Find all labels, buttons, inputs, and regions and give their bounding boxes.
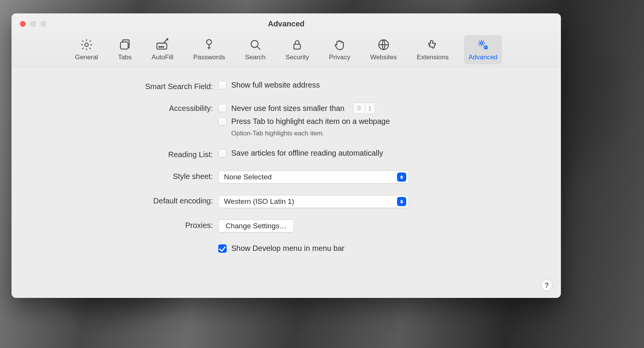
tab-privacy[interactable]: Privacy	[324, 35, 355, 64]
min-font-label: Never use font sizes smaller than	[231, 104, 345, 113]
press-tab-checkbox[interactable]	[218, 117, 227, 126]
chevron-updown-icon	[397, 197, 406, 206]
chevron-updown-icon	[397, 172, 406, 182]
svg-point-7	[251, 41, 258, 47]
style-sheet-label: Style sheet:	[34, 171, 218, 181]
titlebar: Advanced General Tabs AutoFill	[11, 13, 561, 67]
svg-point-3	[159, 46, 160, 47]
show-full-address-checkbox[interactable]	[218, 81, 227, 89]
preferences-window: Advanced General Tabs AutoFill	[11, 13, 561, 298]
gears-icon	[477, 37, 490, 52]
svg-point-10	[480, 42, 482, 44]
save-offline-checkbox[interactable]	[218, 149, 227, 158]
accessibility-hint: Option-Tab highlights each item.	[231, 130, 538, 137]
show-develop-menu-checkbox[interactable]	[218, 244, 227, 253]
tab-label: General	[75, 54, 98, 61]
show-full-address-label: Show full website address	[231, 81, 320, 89]
tab-label: Security	[286, 54, 309, 61]
window-title: Advanced	[11, 20, 561, 28]
proxies-label: Proxies:	[34, 220, 218, 230]
min-font-value: 9	[353, 104, 365, 112]
default-encoding-label: Default encoding:	[34, 195, 218, 205]
chevron-updown-icon: ▲▼	[365, 103, 375, 114]
tab-passwords[interactable]: Passwords	[189, 35, 230, 64]
tab-websites[interactable]: Websites	[366, 35, 402, 64]
tab-security[interactable]: Security	[281, 35, 314, 64]
tab-label: Tabs	[118, 54, 132, 61]
min-font-stepper[interactable]: 9 ▲▼	[353, 102, 375, 114]
tab-label: AutoFill	[152, 54, 173, 61]
help-button[interactable]: ?	[541, 280, 552, 291]
lock-icon	[291, 37, 304, 52]
key-icon	[203, 37, 216, 52]
tab-label: Passwords	[193, 54, 225, 61]
default-encoding-value: Western (ISO Latin 1)	[224, 197, 397, 206]
svg-rect-1	[121, 42, 128, 49]
svg-rect-2	[157, 43, 167, 49]
tab-label: Websites	[370, 54, 397, 61]
content-area: Smart Search Field: Show full website ad…	[11, 67, 561, 298]
gear-icon	[80, 37, 93, 52]
svg-point-5	[163, 46, 164, 47]
smart-search-label: Smart Search Field:	[34, 81, 218, 91]
min-font-checkbox[interactable]	[218, 104, 227, 112]
accessibility-label: Accessibility:	[34, 102, 218, 113]
tab-tabs[interactable]: Tabs	[113, 35, 136, 64]
show-develop-menu-label: Show Develop menu in menu bar	[231, 244, 345, 253]
svg-point-4	[161, 46, 162, 47]
tab-search[interactable]: Search	[240, 35, 270, 64]
reading-list-label: Reading List:	[34, 149, 218, 159]
tab-label: Privacy	[329, 54, 350, 61]
press-tab-label: Press Tab to highlight each item on a we…	[231, 117, 390, 126]
tab-label: Search	[245, 54, 266, 61]
svg-point-11	[485, 47, 487, 49]
tab-label: Advanced	[469, 54, 498, 61]
style-sheet-select[interactable]: None Selected	[218, 171, 409, 184]
tab-advanced[interactable]: Advanced	[464, 35, 502, 64]
save-offline-label: Save articles for offline reading automa…	[231, 149, 383, 158]
svg-point-6	[207, 40, 212, 45]
tab-general[interactable]: General	[70, 35, 103, 64]
search-icon	[249, 37, 262, 52]
autofill-icon	[156, 37, 169, 52]
tab-autofill[interactable]: AutoFill	[147, 35, 178, 64]
globe-icon	[377, 37, 390, 52]
default-encoding-select[interactable]: Western (ISO Latin 1)	[218, 195, 409, 208]
change-proxy-settings-button[interactable]: Change Settings…	[218, 220, 294, 233]
preferences-toolbar: General Tabs AutoFill Passwords	[11, 35, 561, 64]
tab-extensions[interactable]: Extensions	[412, 35, 453, 64]
hand-icon	[333, 37, 346, 52]
svg-rect-8	[294, 44, 301, 49]
tab-label: Extensions	[417, 54, 449, 61]
style-sheet-value: None Selected	[224, 173, 397, 181]
puzzle-icon	[426, 37, 439, 52]
svg-point-0	[85, 43, 88, 46]
tabs-icon	[118, 37, 131, 52]
